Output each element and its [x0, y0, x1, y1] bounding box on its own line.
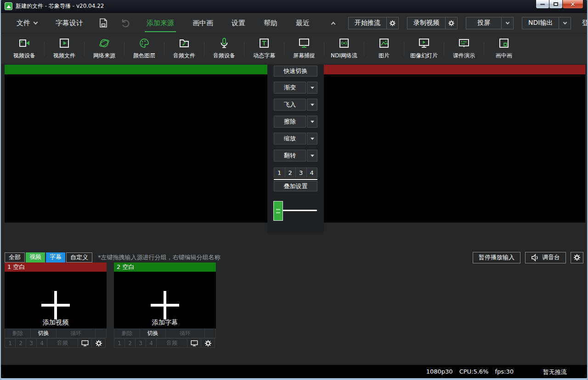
audio-button[interactable]: 音频 [47, 338, 78, 348]
source-toolbar: 视频设备 视频文件 网络来源 颜色图层 [1, 33, 587, 64]
overlay-1-button[interactable]: 1 [274, 168, 285, 178]
add-video-dropzone[interactable]: 添加视频 [5, 272, 107, 329]
collapse-toolbar-button[interactable] [319, 13, 344, 33]
menu-subtitle-design[interactable]: 字幕设计 [46, 13, 92, 33]
speaker-icon [531, 254, 539, 261]
transition-fly-button[interactable]: 飞入 [274, 99, 306, 111]
record-video-button[interactable]: 录制视频 [407, 17, 446, 29]
transition-zoom-button[interactable]: 缩放 [274, 133, 306, 145]
slot-4-button[interactable]: 4 [146, 338, 157, 348]
cast-dropdown-button[interactable] [501, 17, 514, 29]
toolbar-item-screen-capture[interactable]: 屏幕捕捉 [284, 38, 324, 60]
pause-playback-button[interactable]: 暂停播放输入 [473, 252, 520, 263]
ndi-dropdown-button[interactable] [559, 17, 571, 29]
toolbar-item-ndi-stream[interactable]: NDI网络流 [324, 38, 364, 60]
add-subtitle-dropzone[interactable]: 添加字幕 [114, 272, 216, 329]
delete-button[interactable]: 删除 [5, 329, 31, 338]
source-panel-1: 1 空白 添加视频 删除 切换 循环 1 2 3 4 音频 [5, 263, 107, 348]
monitor-button[interactable] [78, 338, 92, 348]
transition-wipe-dropdown[interactable] [307, 116, 317, 128]
panel-settings-button[interactable] [201, 338, 215, 348]
menu-settings[interactable]: 设置 [222, 13, 254, 33]
overlay-2-button[interactable]: 2 [285, 168, 296, 178]
image-icon [379, 38, 390, 49]
loop-button[interactable]: 循环 [56, 329, 96, 338]
audio-button[interactable]: 音频 [156, 338, 187, 348]
toolbar-item-audio-file[interactable]: 音频文件 [164, 38, 204, 60]
toolbar-item-video-device[interactable]: 视频设备 [5, 38, 44, 60]
overlay-3-button[interactable]: 3 [295, 168, 307, 178]
transition-fade-dropdown[interactable] [307, 82, 317, 94]
app-window: 新建的文件 - 芯象导播 - v20.04.22 ✕ 文件 字幕设计 [0, 0, 588, 380]
close-button[interactable]: ✕ [562, 0, 583, 9]
slot-1-button[interactable]: 1 [5, 338, 16, 348]
menu-recent[interactable]: 最近 [287, 13, 319, 33]
panel-settings-button[interactable] [91, 338, 106, 348]
overlay-indicator-line [274, 179, 317, 180]
quick-switch-button[interactable]: 快速切换 [274, 66, 317, 77]
transition-fade-button[interactable]: 渐变 [274, 82, 306, 94]
overlay-4-button[interactable]: 4 [306, 168, 318, 178]
program-preview[interactable] [5, 65, 267, 223]
grouping-hint: *左键拖拽输入源进行分组，右键编辑分组名称 [98, 253, 220, 262]
toolbar-item-pip[interactable]: 画中画 [484, 38, 524, 60]
dynamic-subtitle-icon [259, 38, 270, 49]
transition-wipe-button[interactable]: 擦除 [274, 116, 306, 128]
source-panel-2-header[interactable]: 2 空白 [114, 263, 216, 272]
ndi-group: NDI输出 [522, 17, 571, 29]
menu-bar: 文件 字幕设计 添加来源 画中画 设置 帮助 最近 开 [1, 13, 587, 33]
menu-file-label: 文件 [17, 19, 30, 28]
undo-button[interactable] [114, 13, 137, 33]
cast-screen-button[interactable]: 投屏 [466, 17, 502, 29]
monitor-button[interactable] [187, 338, 201, 348]
toolbar-item-audio-device[interactable]: 音频设备 [204, 38, 244, 60]
menu-add-source[interactable]: 添加来源 [137, 13, 183, 33]
toolbar-item-video-file[interactable]: 视频文件 [45, 38, 84, 60]
transition-zoom-dropdown[interactable] [307, 133, 317, 145]
loop-button[interactable]: 循环 [165, 329, 205, 338]
slot-3-button[interactable]: 3 [135, 338, 146, 348]
tab-video[interactable]: 视频 [26, 252, 45, 263]
transition-fly-dropdown[interactable] [307, 99, 317, 111]
transition-panel: 快速切换 渐变 飞入 擦除 缩放 翻转 1 [267, 65, 324, 233]
overlay-settings-button[interactable]: 叠加设置 [274, 181, 317, 191]
slot-4-button[interactable]: 4 [36, 338, 47, 348]
login-button[interactable]: 登录 [575, 19, 588, 28]
record-settings-button[interactable] [445, 17, 458, 29]
live-preview[interactable] [324, 65, 585, 223]
save-button[interactable] [92, 13, 114, 33]
delete-button[interactable]: 删除 [114, 329, 140, 338]
tab-custom[interactable]: 自定义 [66, 252, 92, 263]
tab-subtitle[interactable]: 字幕 [46, 252, 65, 263]
slot-2-button[interactable]: 2 [124, 338, 136, 348]
toolbar-label: 屏幕捕捉 [293, 52, 315, 60]
menu-help[interactable]: 帮助 [254, 13, 287, 33]
transition-flip-button[interactable]: 翻转 [274, 150, 306, 162]
start-stream-settings-button[interactable] [386, 17, 399, 29]
start-stream-button[interactable]: 开始推流 [348, 17, 387, 29]
gear-icon [448, 20, 454, 26]
toolbar-item-courseware[interactable]: 课件演示 [444, 38, 484, 60]
ndi-output-button[interactable]: NDI输出 [522, 17, 559, 29]
menu-pip[interactable]: 画中画 [183, 13, 222, 33]
menu-file[interactable]: 文件 [7, 13, 46, 33]
toolbar-item-network-source[interactable]: 网络来源 [85, 38, 124, 60]
toolbar-item-slideshow[interactable]: 图像幻灯片 [404, 38, 444, 60]
slot-3-button[interactable]: 3 [26, 338, 37, 348]
mixer-settings-button[interactable] [571, 252, 583, 263]
tab-all[interactable]: 全部 [5, 252, 25, 263]
minimize-button[interactable] [536, 0, 549, 9]
slot-2-button[interactable]: 2 [15, 338, 26, 348]
mixer-button[interactable]: 调音台 [525, 252, 566, 263]
transition-flip-dropdown[interactable] [307, 150, 317, 162]
source-panel-1-header[interactable]: 1 空白 [5, 263, 107, 272]
toolbar-item-image[interactable]: 图片 [364, 38, 404, 60]
switch-button[interactable]: 切换 [30, 329, 57, 338]
maximize-button[interactable] [549, 0, 563, 9]
slot-1-button[interactable]: 1 [114, 338, 125, 348]
switch-button[interactable]: 切换 [140, 329, 166, 338]
toolbar-item-dynamic-subtitle[interactable]: 动态字幕 [244, 38, 284, 60]
slider-track[interactable] [283, 210, 317, 211]
toolbar-item-color-layer[interactable]: 颜色图层 [124, 38, 164, 60]
slider-handle[interactable] [273, 201, 283, 221]
